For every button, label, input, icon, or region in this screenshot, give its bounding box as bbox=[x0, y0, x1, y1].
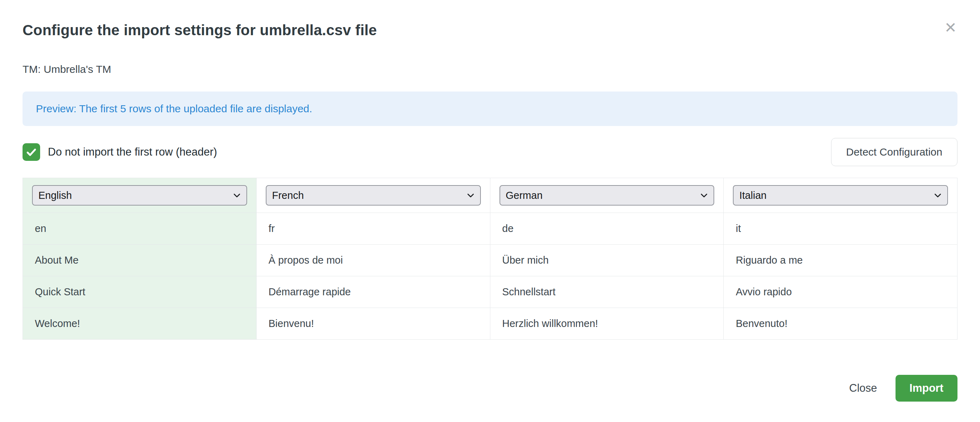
preview-table: English French German Italian enfrdeitAb… bbox=[22, 178, 958, 340]
table-cell: de bbox=[490, 213, 724, 245]
checkmark-icon bbox=[25, 146, 37, 158]
table-cell: Über mich bbox=[490, 245, 724, 276]
table-cell: About Me bbox=[23, 245, 257, 276]
skip-header-checkbox-label: Do not import the first row (header) bbox=[48, 146, 217, 158]
close-icon[interactable]: ✕ bbox=[945, 21, 957, 35]
import-settings-modal: Configure the import settings for umbrel… bbox=[0, 0, 980, 422]
table-row: Welcome!Bienvenu!Herzlich willkommen!Ben… bbox=[23, 308, 958, 340]
language-select[interactable]: French bbox=[266, 185, 481, 205]
language-select[interactable]: Italian bbox=[733, 185, 948, 205]
import-button[interactable]: Import bbox=[896, 375, 958, 401]
table-cell: Quick Start bbox=[23, 276, 257, 308]
language-column-header: Italian bbox=[724, 178, 958, 213]
modal-header: Configure the import settings for umbrel… bbox=[22, 0, 958, 39]
table-cell: Herzlich willkommen! bbox=[490, 308, 724, 340]
close-button[interactable]: Close bbox=[846, 382, 880, 395]
options-row: Do not import the first row (header) Det… bbox=[22, 138, 958, 166]
table-row: About MeÀ propos de moiÜber michRiguardo… bbox=[23, 245, 958, 276]
language-select[interactable]: English bbox=[32, 185, 247, 205]
table-cell: Riguardo a me bbox=[724, 245, 958, 276]
table-cell: Benvenuto! bbox=[724, 308, 958, 340]
table-cell: en bbox=[23, 213, 257, 245]
tm-label: TM: Umbrella's TM bbox=[22, 63, 958, 75]
table-cell: it bbox=[724, 213, 958, 245]
language-select-wrapper: French bbox=[266, 185, 481, 205]
modal-footer: Close Import bbox=[22, 375, 958, 401]
language-header-row: English French German Italian bbox=[23, 178, 958, 213]
table-cell: Schnellstart bbox=[490, 276, 724, 308]
table-cell: À propos de moi bbox=[256, 245, 490, 276]
language-select[interactable]: German bbox=[500, 185, 714, 205]
preview-banner: Preview: The first 5 rows of the uploade… bbox=[22, 91, 958, 126]
table-cell: Welcome! bbox=[23, 308, 257, 340]
language-select-wrapper: Italian bbox=[733, 185, 948, 205]
skip-header-checkbox-row[interactable]: Do not import the first row (header) bbox=[22, 143, 217, 161]
language-select-wrapper: German bbox=[500, 185, 714, 205]
language-column-header: French bbox=[256, 178, 490, 213]
table-row: Quick StartDémarrage rapideSchnellstartA… bbox=[23, 276, 958, 308]
preview-banner-text: Preview: The first 5 rows of the uploade… bbox=[36, 103, 312, 115]
table-cell: Démarrage rapide bbox=[256, 276, 490, 308]
table-cell: Bienvenu! bbox=[256, 308, 490, 340]
language-select-wrapper: English bbox=[32, 185, 247, 205]
detect-configuration-button[interactable]: Detect Configuration bbox=[831, 138, 958, 166]
table-cell: Avvio rapido bbox=[724, 276, 958, 308]
skip-header-checkbox[interactable] bbox=[22, 143, 40, 161]
table-row: enfrdeit bbox=[23, 213, 958, 245]
table-cell: fr bbox=[256, 213, 490, 245]
language-column-header: English bbox=[23, 178, 257, 213]
language-column-header: German bbox=[490, 178, 724, 213]
page-title: Configure the import settings for umbrel… bbox=[22, 22, 958, 39]
